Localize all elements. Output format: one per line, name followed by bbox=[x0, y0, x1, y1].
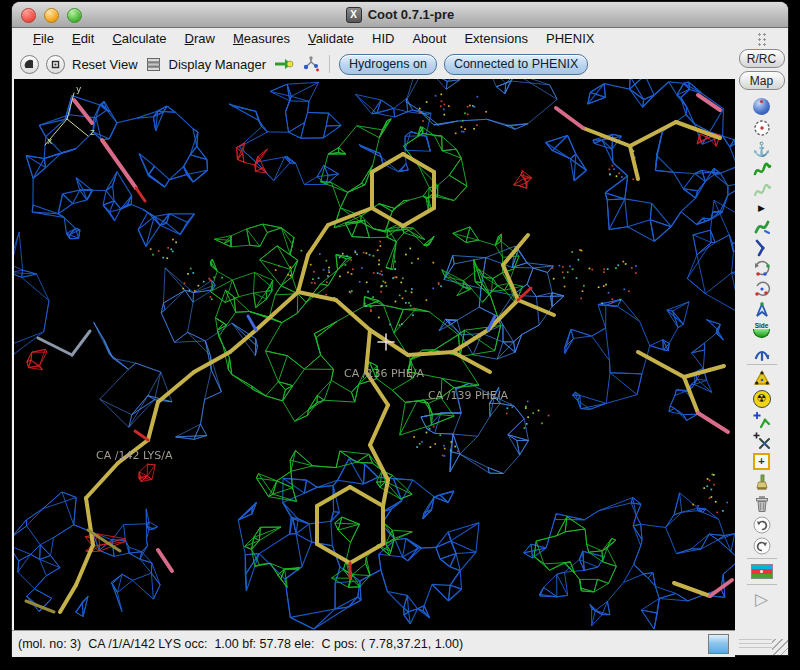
window-title: Coot 0.7.1-pre bbox=[368, 7, 455, 22]
run-script-button[interactable]: ▷ bbox=[748, 587, 776, 611]
add-terminal-residue-button[interactable] bbox=[748, 409, 776, 430]
radiation-icon: ☢ bbox=[753, 390, 771, 408]
ribbon-icon bbox=[752, 216, 772, 236]
menu-calculate[interactable]: Calculate bbox=[103, 31, 175, 46]
expander-button[interactable]: ▶ bbox=[748, 201, 776, 215]
sidebar-separator bbox=[747, 558, 777, 559]
refine-sidebar: R/RC Map ⚓ bbox=[735, 28, 788, 655]
menu-measures[interactable]: Measures bbox=[224, 31, 299, 46]
window-controls bbox=[21, 8, 82, 23]
main-toolbar: Reset View Display Manager bbox=[12, 49, 735, 79]
auto-fit-rotamer-button[interactable] bbox=[748, 257, 776, 278]
redo-icon bbox=[752, 536, 772, 556]
fill-partial-residues-button[interactable] bbox=[748, 472, 776, 493]
molecule-icon[interactable] bbox=[302, 55, 320, 73]
menu-about[interactable]: About bbox=[403, 31, 455, 46]
hydrogens-toggle-button[interactable]: Hydrogens on bbox=[339, 54, 437, 75]
regularize-squiggle-icon bbox=[752, 181, 772, 201]
add-alt-conf-button[interactable] bbox=[748, 430, 776, 451]
sphere-refine-icon bbox=[753, 98, 770, 115]
jed-flip-icon bbox=[752, 342, 772, 362]
brush-icon bbox=[752, 473, 772, 493]
rigid-body-fit-button[interactable] bbox=[748, 215, 776, 236]
sidebar-bottom bbox=[735, 629, 788, 655]
rrc-button[interactable]: R/RC bbox=[739, 49, 785, 68]
menu-validate[interactable]: Validate bbox=[299, 31, 363, 46]
toolbar-grip-icon[interactable] bbox=[757, 32, 767, 46]
rotate-translate-button[interactable] bbox=[748, 236, 776, 257]
sidebar-separator bbox=[747, 584, 777, 585]
circle-pie-button[interactable] bbox=[20, 55, 39, 74]
coot-window: X Coot 0.7.1-pre File Edit Calculate Dra… bbox=[12, 2, 788, 655]
reset-view-button[interactable]: Reset View bbox=[72, 57, 138, 72]
regularize-zone-button[interactable] bbox=[748, 180, 776, 201]
menu-draw[interactable]: Draw bbox=[176, 31, 224, 46]
alt-conf-icon bbox=[752, 431, 772, 451]
menu-extensions[interactable]: Extensions bbox=[455, 31, 537, 46]
place-atom-pointer-button[interactable]: + bbox=[748, 451, 776, 472]
circle-square-button[interactable] bbox=[46, 55, 65, 74]
x11-app-icon: X bbox=[346, 7, 362, 23]
menu-hid[interactable]: HID bbox=[363, 31, 403, 46]
real-space-refine-button[interactable] bbox=[748, 159, 776, 180]
blue-indicator-chip[interactable] bbox=[708, 634, 729, 654]
bent-stick-icon bbox=[752, 237, 772, 257]
status-bar: (mol. no: 3) CA /1/A/142 LYS occ: 1.00 b… bbox=[12, 630, 735, 657]
undo-button[interactable] bbox=[748, 514, 776, 535]
simple-mutate-button[interactable]: ☢ bbox=[748, 388, 776, 409]
zoom-button[interactable] bbox=[67, 8, 82, 23]
delete-item-button[interactable] bbox=[748, 493, 776, 514]
jed-flip-button[interactable] bbox=[748, 341, 776, 362]
anchor-icon: ⚓ bbox=[753, 142, 770, 156]
flag-icon bbox=[751, 564, 773, 579]
torsion-arc-icon bbox=[752, 279, 772, 299]
gl-canvas[interactable] bbox=[14, 79, 735, 630]
close-button[interactable] bbox=[21, 8, 36, 23]
sidebar-separator bbox=[747, 364, 777, 365]
title-area: X Coot 0.7.1-pre bbox=[346, 7, 455, 23]
display-manager-icon bbox=[145, 56, 162, 73]
pointer-atom-icon: + bbox=[753, 453, 770, 470]
side-chain-flip-icon: Side bbox=[753, 323, 770, 339]
toolbar-separator bbox=[329, 55, 330, 73]
flip-peptide-button[interactable] bbox=[748, 299, 776, 320]
minimize-button[interactable] bbox=[44, 8, 59, 23]
side-chain-flip-button[interactable]: Side bbox=[748, 320, 776, 341]
target-circle-icon bbox=[753, 119, 771, 137]
refine-squiggle-icon bbox=[752, 160, 772, 180]
go-to-atom-arrow-icon[interactable] bbox=[273, 56, 295, 72]
play-icon: ▷ bbox=[755, 591, 768, 608]
mutate-autofit-button[interactable] bbox=[748, 367, 776, 388]
menu-file[interactable]: File bbox=[24, 31, 63, 46]
map-button[interactable]: Map bbox=[739, 71, 785, 90]
flag-button[interactable] bbox=[748, 561, 776, 582]
mutate-triangle-icon bbox=[752, 368, 772, 388]
menu-phenix[interactable]: PHENIX bbox=[537, 31, 603, 46]
atom-status-text: (mol. no: 3) CA /1/A/142 LYS occ: 1.00 b… bbox=[18, 637, 463, 651]
expander-arrow-icon: ▶ bbox=[758, 204, 765, 213]
menu-bar: File Edit Calculate Draw Measures Valida… bbox=[12, 28, 735, 49]
rotamer-arc-icon bbox=[752, 258, 772, 278]
edit-chi-angles-button[interactable] bbox=[748, 278, 776, 299]
display-manager-button[interactable]: Display Manager bbox=[169, 57, 267, 72]
title-bar[interactable]: X Coot 0.7.1-pre bbox=[12, 2, 788, 28]
pepflip-kite-icon bbox=[752, 300, 772, 320]
menu-edit[interactable]: Edit bbox=[63, 31, 103, 46]
redo-button[interactable] bbox=[748, 535, 776, 556]
window-resize-grip[interactable] bbox=[772, 639, 788, 655]
sphere-refine-button[interactable] bbox=[748, 96, 776, 117]
size-lines-icon bbox=[739, 639, 772, 650]
undo-icon bbox=[752, 515, 772, 535]
quarter-pie-icon bbox=[22, 57, 37, 72]
phenix-connection-button[interactable]: Connected to PHENIX bbox=[444, 54, 588, 75]
targeted-refine-button[interactable] bbox=[748, 117, 776, 138]
square-dot-icon bbox=[48, 57, 63, 72]
fix-atoms-button[interactable]: ⚓ bbox=[748, 138, 776, 159]
trash-icon bbox=[752, 494, 772, 514]
gl-viewport bbox=[12, 79, 735, 630]
add-residue-icon bbox=[752, 410, 772, 430]
